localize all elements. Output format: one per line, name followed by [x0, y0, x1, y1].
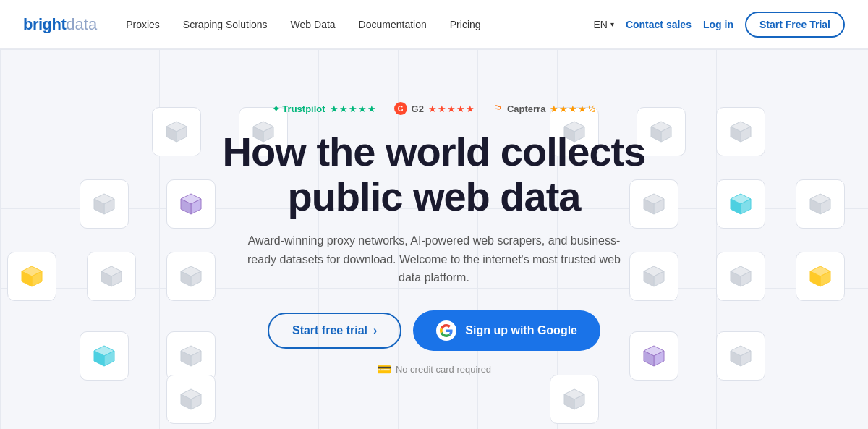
hero-title: How the world collects public web data: [223, 129, 646, 218]
cube-card-c12: [87, 252, 136, 301]
cube-card-c20: [716, 331, 765, 381]
cube-card-c21: [166, 375, 216, 424]
chevron-right-icon: ›: [373, 324, 377, 337]
hero-section: ✦ Trustpilot ★★★★★ G G2 ★★★★★ 🏳 Capterra…: [0, 49, 868, 429]
cta-row: Start free trial › Sign up with Google: [268, 310, 600, 351]
nav-documentation[interactable]: Documentation: [359, 19, 427, 30]
g2-rating: G G2 ★★★★★: [394, 102, 475, 115]
cube-card-c10: [796, 179, 845, 229]
nav-links: Proxies Scraping Solutions Web Data Docu…: [126, 19, 593, 30]
cube-card-c17: [80, 331, 129, 381]
capterra-rating: 🏳 Capterra ★★★★½: [493, 103, 596, 114]
nav-right: EN ▾ Contact sales Log in Start Free Tri…: [593, 12, 845, 38]
trustpilot-logo: ✦ Trustpilot: [272, 103, 326, 114]
hero-subtitle: Award-winning proxy networks, AI-powered…: [239, 232, 629, 287]
cube-card-c22: [550, 375, 599, 424]
g2-icon: G: [394, 102, 407, 115]
hero-content: ✦ Trustpilot ★★★★★ G G2 ★★★★★ 🏳 Capterra…: [223, 102, 646, 376]
cube-card-c16: [796, 252, 845, 301]
cube-card-c9: [716, 179, 765, 229]
logo-data: data: [66, 15, 97, 34]
no-credit-card-notice: 💳 No credit card required: [377, 362, 491, 376]
capterra-icon: 🏳: [493, 103, 503, 114]
sign-up-google-button[interactable]: Sign up with Google: [413, 310, 600, 351]
login-link[interactable]: Log in: [703, 19, 733, 30]
nav-scraping-solutions[interactable]: Scraping Solutions: [183, 19, 268, 30]
cube-card-c11: [7, 252, 56, 301]
cube-card-c5: [716, 107, 765, 156]
chevron-down-icon: ▾: [610, 20, 614, 28]
trustpilot-stars: ★★★★★: [330, 103, 377, 114]
nav-web-data[interactable]: Web Data: [291, 19, 336, 30]
logo-bright: bright: [23, 15, 66, 34]
g2-label: G2: [412, 103, 424, 114]
google-icon: [436, 320, 456, 341]
g2-stars: ★★★★★: [428, 103, 475, 114]
nav-pricing[interactable]: Pricing: [450, 19, 481, 30]
cube-card-c6: [80, 179, 129, 229]
nav-proxies[interactable]: Proxies: [126, 19, 160, 30]
ratings-row: ✦ Trustpilot ★★★★★ G G2 ★★★★★ 🏳 Capterra…: [272, 102, 597, 115]
card-icon: 💳: [377, 362, 391, 376]
start-free-trial-cta[interactable]: Start free trial ›: [268, 313, 401, 349]
trustpilot-rating: ✦ Trustpilot ★★★★★: [272, 103, 377, 114]
logo[interactable]: bright data: [23, 15, 97, 34]
cube-card-c18: [166, 331, 216, 381]
cube-card-c13: [166, 252, 216, 301]
navigation: bright data Proxies Scraping Solutions W…: [0, 0, 868, 49]
cube-card-c15: [716, 252, 765, 301]
language-selector[interactable]: EN ▾: [593, 19, 613, 30]
contact-sales-link[interactable]: Contact sales: [626, 19, 692, 30]
capterra-label: Capterra: [507, 103, 545, 114]
capterra-stars: ★★★★½: [550, 103, 596, 114]
cube-card-c1: [152, 107, 201, 156]
cube-card-c7: [166, 179, 216, 229]
start-free-trial-button[interactable]: Start Free Trial: [745, 12, 845, 38]
